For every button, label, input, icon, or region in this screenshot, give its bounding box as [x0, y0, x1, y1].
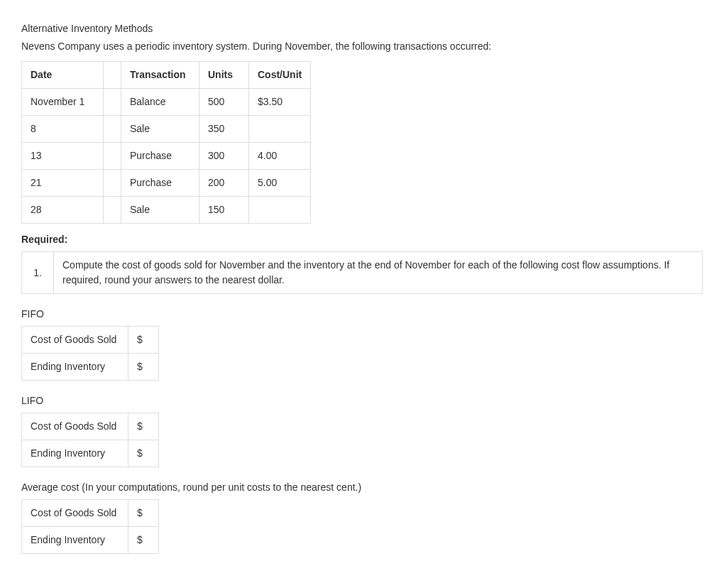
- table-row: 28 Sale 150: [22, 197, 311, 224]
- avg-ending-value[interactable]: $: [128, 527, 159, 554]
- cell-spacer: [104, 116, 121, 143]
- lifo-cogs-label: Cost of Goods Sold: [22, 413, 128, 440]
- fifo-cogs-label: Cost of Goods Sold: [22, 327, 128, 354]
- cell-cost: 5.00: [249, 170, 311, 197]
- cell-units: 150: [199, 197, 249, 224]
- requirement-number: 1.: [22, 252, 54, 294]
- fifo-ending-value[interactable]: $: [128, 354, 159, 381]
- requirement-text: Compute the cost of goods sold for Novem…: [54, 252, 703, 294]
- header-cost: Cost/Unit: [249, 62, 311, 89]
- fifo-cogs-value[interactable]: $: [128, 327, 159, 354]
- cell-txn: Purchase: [121, 143, 199, 170]
- cell-txn: Sale: [121, 197, 199, 224]
- header-spacer: [104, 62, 121, 89]
- cell-date: 21: [22, 170, 104, 197]
- intro-text: Nevens Company uses a periodic inventory…: [21, 39, 703, 54]
- cell-txn: Purchase: [121, 170, 199, 197]
- cell-units: 200: [199, 170, 249, 197]
- avg-answer-table: Cost of Goods Sold $ Ending Inventory $: [21, 499, 159, 554]
- cell-spacer: [104, 170, 121, 197]
- lifo-ending-label: Ending Inventory: [22, 440, 128, 467]
- cell-cost: $3.50: [249, 89, 311, 116]
- cell-date: November 1: [22, 89, 104, 116]
- table-row: 13 Purchase 300 4.00: [22, 143, 311, 170]
- header-units: Units: [199, 62, 249, 89]
- required-label: Required:: [21, 232, 703, 247]
- lifo-label: LIFO: [21, 393, 703, 408]
- avg-label: Average cost (In your computations, roun…: [21, 480, 703, 495]
- cell-cost: [249, 197, 311, 224]
- table-row: 8 Sale 350: [22, 116, 311, 143]
- cell-units: 300: [199, 143, 249, 170]
- cell-date: 13: [22, 143, 104, 170]
- fifo-label: FIFO: [21, 307, 703, 322]
- cell-date: 28: [22, 197, 104, 224]
- lifo-answer-table: Cost of Goods Sold $ Ending Inventory $: [21, 413, 159, 467]
- cell-spacer: [104, 89, 121, 116]
- table-row: November 1 Balance 500 $3.50: [22, 89, 311, 116]
- cell-cost: [249, 116, 311, 143]
- table-row: 21 Purchase 200 5.00: [22, 170, 311, 197]
- lifo-cogs-value[interactable]: $: [128, 413, 159, 440]
- cell-spacer: [104, 197, 121, 224]
- requirement-table: 1. Compute the cost of goods sold for No…: [21, 251, 703, 294]
- fifo-answer-table: Cost of Goods Sold $ Ending Inventory $: [21, 326, 159, 381]
- cell-cost: 4.00: [249, 143, 311, 170]
- header-date: Date: [22, 62, 104, 89]
- page-title: Alternative Inventory Methods: [21, 21, 703, 36]
- fifo-ending-label: Ending Inventory: [22, 354, 128, 381]
- cell-units: 500: [199, 89, 249, 116]
- cell-txn: Balance: [121, 89, 199, 116]
- avg-cogs-value[interactable]: $: [128, 500, 159, 527]
- cell-txn: Sale: [121, 116, 199, 143]
- cell-spacer: [104, 143, 121, 170]
- avg-ending-label: Ending Inventory: [22, 527, 128, 554]
- header-transaction: Transaction: [121, 62, 199, 89]
- transactions-table: Date Transaction Units Cost/Unit Novembe…: [21, 61, 311, 224]
- avg-cogs-label: Cost of Goods Sold: [22, 500, 128, 527]
- cell-units: 350: [199, 116, 249, 143]
- lifo-ending-value[interactable]: $: [128, 440, 159, 467]
- cell-date: 8: [22, 116, 104, 143]
